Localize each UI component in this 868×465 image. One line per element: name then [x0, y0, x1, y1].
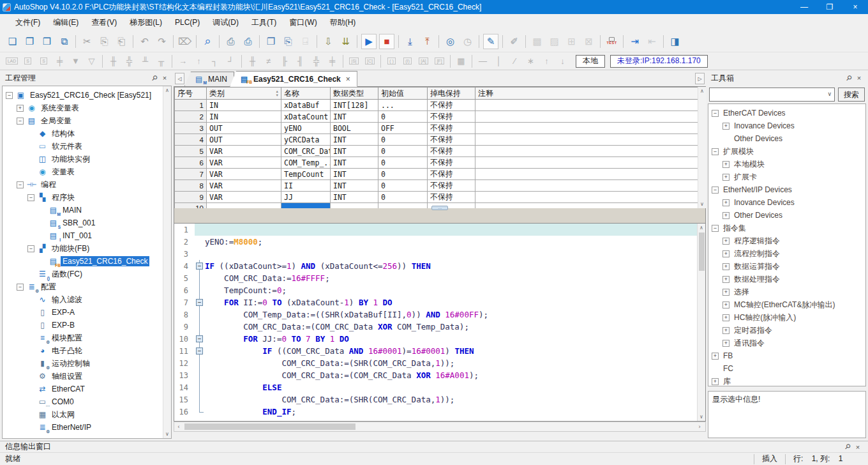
tree-item[interactable]: −扩展模块	[708, 145, 865, 158]
table-cell[interactable]: OUT	[207, 123, 281, 134]
tree-item[interactable]: +本地模块	[708, 158, 865, 171]
column-header-掉电保持[interactable]: 掉电保持	[428, 88, 475, 100]
vline-icon[interactable]: │	[491, 54, 507, 68]
tree-item[interactable]: ▤MMAIN	[3, 204, 171, 217]
fold-collapse-icon[interactable]: −	[196, 335, 203, 342]
table-cell[interactable]: 不保持	[428, 192, 475, 203]
table-cell[interactable]: INT	[331, 134, 378, 146]
expand-expander-icon[interactable]: +	[722, 250, 730, 257]
code-text[interactable]: COM_CRC_Data:=(SHR(COM_CRC_Data,1));	[205, 357, 454, 369]
fold-collapse-icon[interactable]: −	[196, 263, 203, 270]
table-cell[interactable]: 4	[175, 134, 207, 146]
tab-scroll-left-icon[interactable]: ◁	[175, 73, 184, 84]
code-text[interactable]: END_IF;	[205, 406, 296, 418]
tree-item[interactable]: +库	[708, 375, 865, 386]
table-cell[interactable]	[475, 192, 698, 203]
table-cell[interactable]: 8	[175, 180, 207, 192]
tree-item[interactable]: +Inovance Devices	[708, 196, 865, 209]
table-cell[interactable]	[475, 180, 698, 192]
collapse-expander-icon[interactable]: −	[6, 92, 13, 99]
column-header-名称[interactable]: 名称	[281, 88, 331, 100]
table-cell[interactable]: 0	[378, 146, 428, 157]
code-line[interactable]: 4−IF ((xDataCount>=1) AND (xDataCount<=2…	[174, 260, 705, 272]
table-cell[interactable]: 不保持	[428, 123, 475, 134]
scroll-down-icon[interactable]: ∨	[165, 431, 169, 437]
table-cell[interactable]: 0	[378, 157, 428, 169]
tree-item[interactable]: +扩展卡	[708, 171, 865, 183]
branch-close-icon[interactable]: ╢	[292, 54, 308, 68]
table-cell[interactable]	[475, 169, 698, 180]
code-line-body[interactable]	[195, 248, 705, 260]
tree-item[interactable]: ▯EXP-A	[3, 306, 171, 319]
menu-item[interactable]: 工具(T)	[245, 15, 283, 30]
pin-icon[interactable]: ⚲	[842, 443, 853, 451]
code-text[interactable]: COM_Temp_Data:=((SHR(xDataBuf[II],0)) AN…	[205, 309, 488, 321]
code-line[interactable]: 3	[174, 248, 705, 260]
tree-item[interactable]: −▤全局变量	[3, 114, 171, 127]
parallel-no-icon[interactable]: ╫	[244, 54, 260, 68]
expand-expander-icon[interactable]: +	[722, 199, 730, 206]
code-line-body[interactable]: − FOR II:=0 TO (xDataCount-1) BY 1 DO	[195, 296, 705, 309]
code-line-body[interactable]: COM_CRC_Data:=(SHR(COM_CRC_Data,1));	[195, 357, 705, 369]
login-icon[interactable]: ⇥	[626, 33, 643, 50]
contact-rise-icon[interactable]: ╨	[137, 54, 153, 68]
table-cell[interactable]: yCRCData	[281, 134, 331, 146]
tree-item[interactable]: ⚙轴组设置	[3, 370, 171, 383]
table-cell[interactable]	[475, 123, 698, 134]
search-icon[interactable]: ⌕	[199, 33, 216, 50]
menu-item[interactable]: 帮助(H)	[324, 15, 363, 30]
new-file-icon[interactable]: ❏	[4, 33, 21, 50]
app-block-icon[interactable]: [A]	[415, 54, 431, 68]
tree-item[interactable]: ≣⚙EtherNet/IP	[3, 421, 171, 434]
table-code-splitter[interactable]: ⋯	[174, 208, 706, 224]
expand-expander-icon[interactable]: +	[722, 263, 730, 270]
scroll-up-icon[interactable]: ∧	[165, 88, 169, 93]
code-text[interactable]: yENO:=M8000;	[205, 236, 262, 248]
fold-collapse-icon[interactable]: −	[196, 347, 203, 354]
table-cell[interactable]: VAR	[207, 192, 281, 203]
tree-item[interactable]: +FB	[708, 349, 865, 362]
collapse-expander-icon[interactable]: −	[712, 148, 719, 155]
code-line[interactable]: 15 COM_CRC_Data:=(SHR(COM_CRC_Data,1));	[174, 393, 705, 406]
insert-row-icon[interactable]: ▼	[68, 54, 84, 68]
expand-expander-icon[interactable]: +	[712, 378, 719, 385]
table-cell[interactable]: OUT	[207, 134, 281, 146]
table-cell[interactable]: 7	[175, 169, 207, 180]
code-text[interactable]: ELSE	[205, 381, 281, 393]
corner-up-icon[interactable]: ┘	[223, 54, 239, 68]
table-cell[interactable]: yENO	[281, 123, 331, 134]
tree-item[interactable]: −⊣⊢编程	[3, 178, 171, 191]
window-split-icon[interactable]: ⍈	[297, 33, 314, 50]
tree-item[interactable]: −▚程序块	[3, 191, 171, 204]
tree-item[interactable]: +数据运算指令	[708, 260, 865, 273]
st-box-icon[interactable]: S	[36, 54, 52, 68]
edit-doc-icon[interactable]: ✐	[505, 33, 523, 50]
code-line-body[interactable]: ELSE	[195, 381, 705, 393]
table-cell[interactable]: ...	[378, 100, 428, 111]
stop-icon[interactable]: ■	[379, 34, 394, 49]
save-all-icon[interactable]: ⧉	[56, 33, 73, 50]
expand-expander-icon[interactable]: +	[722, 212, 730, 219]
table-cell[interactable]: 不保持	[428, 146, 475, 157]
scrollbar-thumb[interactable]	[184, 423, 355, 430]
table-cell[interactable]: INT	[331, 169, 378, 180]
move-up-icon[interactable]: ↑	[539, 54, 555, 68]
splitter-grip[interactable]: ⋯	[431, 206, 448, 210]
code-text[interactable]: COM_CRC_Data:=(COM_CRC_Data XOR COM_Temp…	[205, 321, 469, 333]
contact-fall-icon[interactable]: ╥	[153, 54, 169, 68]
table-cell[interactable]: VAR	[207, 180, 281, 192]
close-button[interactable]: ×	[842, 0, 868, 14]
code-line-body[interactable]	[195, 224, 705, 236]
parallel-nc-icon[interactable]: ≠	[260, 54, 276, 68]
tree-item[interactable]: ▭软元件表	[3, 140, 171, 153]
sort-icon[interactable]: ▲▼	[276, 89, 279, 97]
close-icon[interactable]: ×	[160, 74, 170, 82]
compare-fall-icon[interactable]: ╪	[324, 54, 340, 68]
menu-item[interactable]: 编辑(E)	[47, 15, 85, 30]
table-cell[interactable]: 不保持	[428, 169, 475, 180]
code-line[interactable]: 5 COM_CRC_Data:=16#FFFF;	[174, 272, 705, 284]
collapse-expander-icon[interactable]: −	[27, 245, 34, 252]
simulate-edit-icon[interactable]: ✎	[483, 34, 498, 49]
tree-item[interactable]: ◉变量表	[3, 165, 171, 178]
table-cell[interactable]	[475, 100, 698, 111]
